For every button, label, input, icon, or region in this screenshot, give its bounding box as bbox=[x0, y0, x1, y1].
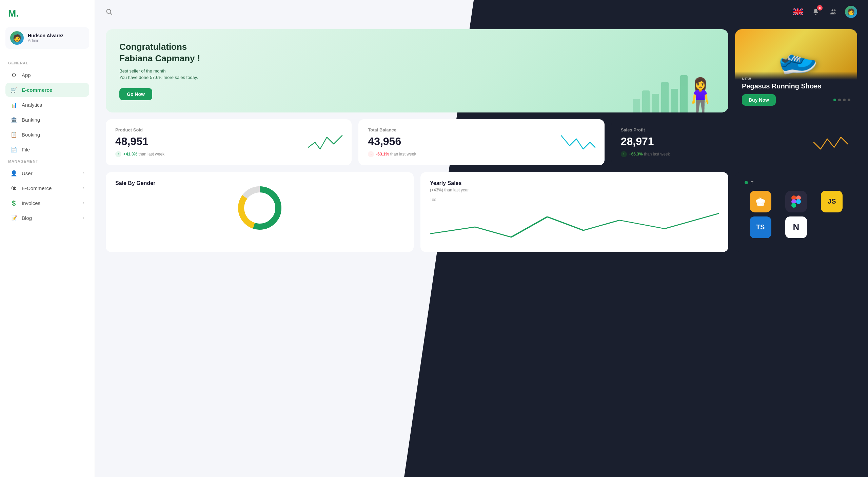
sidebar-item-app[interactable]: ⚙App bbox=[5, 68, 89, 82]
ecommerce-nav-icon: 🛒 bbox=[10, 86, 18, 94]
product-card: 👟 NEW Pegasus Running Shoes Buy Now bbox=[735, 29, 857, 112]
app-ts-container: TS bbox=[745, 216, 776, 238]
users-button[interactable] bbox=[827, 6, 840, 18]
product-dot-1[interactable] bbox=[833, 99, 836, 101]
app-figma[interactable] bbox=[785, 191, 807, 212]
product-dots bbox=[833, 99, 850, 101]
sketch-icon bbox=[754, 195, 767, 208]
svg-rect-10 bbox=[793, 11, 803, 13]
yearly-sales-card: Yearly Sales (+43%) than last year 100 bbox=[420, 172, 728, 252]
app-figma-container bbox=[780, 191, 812, 212]
user-avatar-button[interactable]: 🧑 bbox=[845, 6, 857, 18]
content-area: CongratulationsFabiana Capmany ! Best se… bbox=[95, 24, 868, 477]
chevron-icon-ecommerce-mgmt: › bbox=[83, 186, 84, 190]
app-js[interactable]: JS bbox=[821, 191, 843, 212]
sidebar: M. 🧑 Hudson Alvarez Admin GENERAL⚙App🛒E-… bbox=[0, 0, 95, 477]
sidebar-item-label-app: App bbox=[22, 72, 31, 78]
svg-point-12 bbox=[834, 9, 836, 12]
app-ts[interactable]: TS bbox=[750, 216, 771, 238]
sparkline-1 bbox=[308, 132, 342, 152]
stat-change-2: ↓ -63.1% than last week bbox=[368, 151, 416, 157]
sidebar-item-booking[interactable]: 📋Booking bbox=[5, 127, 89, 142]
sale-by-gender-card: Sale By Gender bbox=[106, 172, 414, 252]
stat-value-2: 43,956 bbox=[368, 135, 416, 148]
sparkline-2 bbox=[561, 132, 595, 152]
product-name: Pegasus Running Shoes bbox=[742, 82, 850, 90]
stats-row: Product Sold 48,951 ↑ +41.3% than last w… bbox=[106, 119, 857, 165]
sidebar-item-label-user: User bbox=[22, 170, 33, 176]
sidebar-item-label-ecommerce: E-commerce bbox=[22, 87, 52, 93]
down-icon-2: ↓ bbox=[368, 151, 374, 157]
product-dot-4[interactable] bbox=[848, 99, 850, 101]
user-nav-icon: 👤 bbox=[10, 169, 18, 177]
apps-online-label: T bbox=[751, 180, 753, 185]
file-nav-icon: 📄 bbox=[10, 146, 18, 153]
section-label-general: GENERAL bbox=[5, 61, 89, 65]
sidebar-item-user[interactable]: 👤User› bbox=[5, 166, 89, 180]
yearly-sales-title: Yearly Sales bbox=[430, 180, 719, 186]
yearly-sales-sub: (+43%) than last year bbox=[430, 188, 719, 192]
stat-sales-profit: Sales Profit 28,971 ↑ +66.3% than last w… bbox=[611, 119, 857, 165]
banner-card: CongratulationsFabiana Capmany ! Best se… bbox=[106, 29, 728, 112]
chevron-icon-blog: › bbox=[83, 215, 84, 220]
users-icon bbox=[830, 8, 837, 16]
search-button[interactable] bbox=[106, 8, 113, 15]
notification-badge: 8 bbox=[817, 5, 823, 11]
sidebar-item-ecommerce[interactable]: 🛒E-commerce bbox=[5, 83, 89, 97]
user-name: Hudson Alvarez bbox=[28, 33, 63, 38]
topbar-right: 8 🧑 bbox=[792, 6, 857, 18]
stat-change-text-3: +66.3% than last week bbox=[629, 152, 670, 157]
language-selector[interactable] bbox=[792, 6, 804, 18]
user-card[interactable]: 🧑 Hudson Alvarez Admin bbox=[5, 27, 89, 49]
stat-change-text-1: +41.3% than last week bbox=[123, 152, 164, 157]
stat-label-3: Sales Profit bbox=[621, 127, 670, 132]
search-icon bbox=[106, 8, 113, 15]
app-nav-icon: ⚙ bbox=[10, 71, 18, 79]
app-sketch-container bbox=[745, 191, 776, 212]
sparkline-3 bbox=[814, 132, 848, 152]
product-actions: Buy Now bbox=[742, 94, 850, 106]
stat-value-3: 28,971 bbox=[621, 135, 670, 148]
app-sketch[interactable] bbox=[750, 191, 771, 212]
user-role: Admin bbox=[28, 38, 63, 43]
notifications-button[interactable]: 8 bbox=[810, 6, 822, 18]
stat-label-2: Total Balance bbox=[368, 127, 416, 132]
sidebar-item-label-invoices: Invoices bbox=[22, 200, 40, 206]
sidebar-item-blog[interactable]: 📝Blog› bbox=[5, 211, 89, 225]
app-notion[interactable]: N bbox=[785, 216, 807, 238]
product-dot-2[interactable] bbox=[838, 99, 841, 101]
svg-line-1 bbox=[110, 13, 112, 15]
logo-text: M. bbox=[8, 8, 19, 19]
sidebar-item-analytics[interactable]: 📊Analytics bbox=[5, 98, 89, 112]
sidebar-item-invoices[interactable]: 💲Invoices› bbox=[5, 196, 89, 210]
product-info: NEW Pegasus Running Shoes Buy Now bbox=[735, 71, 857, 112]
go-now-button[interactable]: Go Now bbox=[119, 88, 152, 100]
stat-product-sold: Product Sold 48,951 ↑ +41.3% than last w… bbox=[106, 119, 352, 165]
donut-svg bbox=[236, 184, 283, 232]
sidebar-item-ecommerce-mgmt[interactable]: 🛍E-Commerce› bbox=[5, 181, 89, 195]
yearly-chart bbox=[430, 203, 719, 244]
stat-change-1: ↑ +41.3% than last week bbox=[115, 151, 164, 157]
up-icon-1: ↑ bbox=[115, 151, 121, 157]
section-label-management: MANAGEMENT bbox=[5, 159, 89, 163]
apps-header: T bbox=[745, 180, 848, 185]
stat-total-balance: Total Balance 43,956 ↓ -63.1% than last … bbox=[358, 119, 604, 165]
avatar: 🧑 bbox=[10, 31, 24, 45]
banner-figure: 🧍‍♀️ bbox=[679, 79, 722, 112]
donut-chart bbox=[115, 188, 404, 228]
sidebar-item-file[interactable]: 📄File bbox=[5, 142, 89, 157]
figma-icon bbox=[791, 195, 801, 208]
product-badge: NEW bbox=[742, 77, 850, 81]
sidebar-item-banking[interactable]: 🏦Banking bbox=[5, 112, 89, 127]
online-dot bbox=[745, 181, 748, 184]
logo: M. bbox=[5, 8, 89, 19]
product-dot-3[interactable] bbox=[843, 99, 846, 101]
chevron-icon-user: › bbox=[83, 171, 84, 175]
buy-now-button[interactable]: Buy Now bbox=[742, 94, 776, 106]
sidebar-item-label-blog: Blog bbox=[22, 215, 32, 221]
stat-value-1: 48,951 bbox=[115, 135, 164, 148]
stat-change-text-2: -63.1% than last week bbox=[376, 152, 416, 157]
banner-subtitle1: Best seller of the month bbox=[119, 68, 715, 74]
up-icon-3: ↑ bbox=[621, 151, 627, 157]
app-notion-container: N bbox=[780, 216, 812, 238]
